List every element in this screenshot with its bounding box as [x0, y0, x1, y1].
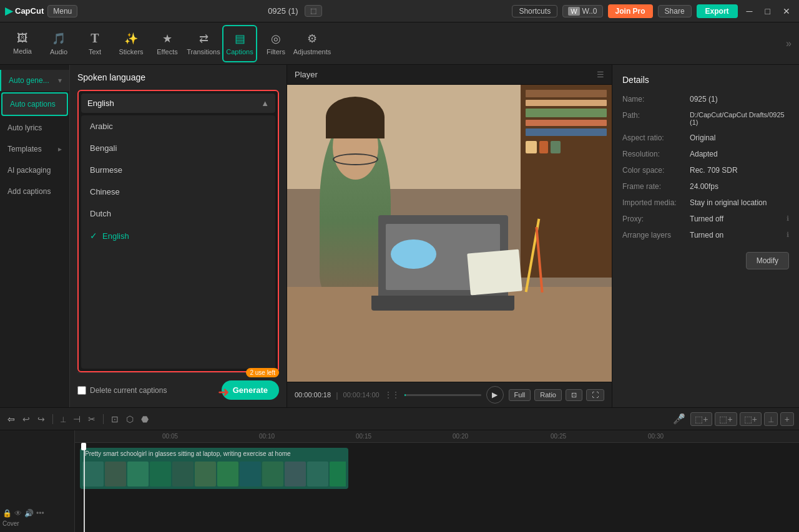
timeline-toolbar: ⇦ ↩ ↪ ⟂ ⊣ ✂ ⊡ ⬡ ⬣ 🎤 ⬚+ ⬚+ ⬚+ ⟂ +	[0, 408, 799, 430]
chevron-up-icon: ▲	[261, 99, 269, 108]
monitor-button[interactable]: ⬚	[305, 5, 322, 17]
details-title: Details	[622, 75, 789, 85]
track-more-icon[interactable]: •••	[36, 509, 44, 518]
full-button[interactable]: Full	[509, 389, 531, 401]
language-dropdown-header[interactable]: English ▲	[81, 94, 275, 113]
language-option-chinese[interactable]: Chinese	[81, 181, 275, 203]
fullscreen-button[interactable]: ⛶	[586, 389, 604, 401]
thumb-5	[172, 462, 194, 486]
toolbar-media[interactable]: 🖼 Media	[5, 25, 40, 62]
export-button[interactable]: Export	[697, 4, 738, 18]
trim-tool[interactable]: ⊣	[71, 413, 83, 425]
delete-captions-checkbox[interactable]	[77, 386, 86, 395]
mask-tool[interactable]: ⬡	[124, 413, 136, 425]
crop-tool[interactable]: ⊡	[109, 413, 121, 425]
add-video-btn[interactable]: ⬚+	[690, 412, 712, 426]
toolbar-expand[interactable]: »	[783, 36, 794, 52]
toolbar-effects[interactable]: ★ Effects	[150, 25, 185, 62]
toolbar-transitions[interactable]: ⇄ Transitions	[186, 25, 221, 62]
record-button[interactable]: 🎤	[670, 412, 688, 426]
play-button[interactable]: ▶	[486, 386, 504, 404]
toolbar-text[interactable]: T Text	[77, 25, 112, 62]
player-header: Player ☰	[287, 65, 612, 85]
thumb-12	[330, 462, 346, 486]
close-button[interactable]: ✕	[779, 5, 794, 17]
nav-ai-packaging[interactable]: AI packaging	[0, 160, 69, 181]
split-tool[interactable]: ⟂	[58, 413, 68, 425]
playhead-head	[81, 443, 86, 450]
redo-button[interactable]: ↪	[35, 413, 47, 425]
add-track-btn[interactable]: +	[780, 412, 794, 426]
track-lock-icon[interactable]: 🔒	[2, 509, 12, 518]
track-icons-row: 🔒 👁 🔊 •••	[2, 509, 44, 518]
track-eye-icon[interactable]: 👁	[14, 509, 22, 518]
language-option-bengali[interactable]: Bengali	[81, 137, 275, 159]
timeline-scrubber[interactable]	[404, 394, 481, 396]
time-separator: |	[336, 390, 338, 400]
nav-auto-lyrics[interactable]: Auto lyrics	[0, 117, 69, 138]
audio-icon: 🎵	[52, 32, 66, 46]
toolbar-captions[interactable]: ▤ Captions	[222, 25, 257, 62]
fit-button[interactable]: ⊡	[566, 389, 582, 401]
menu-button[interactable]: Menu	[47, 5, 77, 17]
cut-tool[interactable]: ✂	[86, 413, 98, 425]
tl-separator-1	[52, 414, 53, 424]
language-option-burmese[interactable]: Burmese	[81, 159, 275, 181]
detail-framerate-row: Frame rate: 24.00fps	[622, 182, 789, 191]
generate-button[interactable]: Generate	[222, 380, 279, 400]
ruler-mark-30: 00:30	[648, 433, 664, 440]
nav-templates[interactable]: Templates ▸	[0, 138, 69, 160]
nav-add-captions[interactable]: Add captions	[0, 181, 69, 202]
ruler-mark-5: 00:05	[162, 433, 178, 440]
track-audio-icon[interactable]: 🔊	[24, 509, 34, 518]
language-option-dutch[interactable]: Dutch	[81, 203, 275, 225]
tl-tracks: Pretty smart schoolgirl in glasses sitti…	[75, 443, 799, 532]
language-option-arabic[interactable]: Arabic	[81, 115, 275, 137]
cursor-tool[interactable]: ⇦	[5, 413, 17, 425]
player-area: Player ☰	[287, 65, 612, 407]
video-track[interactable]: Pretty smart schoolgirl in glasses sitti…	[80, 448, 348, 489]
timeline-tracks-area: 00:05 00:10 00:15 00:20 00:25 00:30 Pret…	[75, 430, 799, 532]
timeline-body: 🔒 👁 🔊 ••• Cover 00:05 00:10 00:15 00:20 …	[0, 430, 799, 532]
toolbar-stickers[interactable]: ✨ Stickers	[114, 25, 149, 62]
ratio-button[interactable]: Ratio	[534, 389, 562, 401]
add-video-btn3[interactable]: ⬚+	[740, 412, 762, 426]
joinpro-button[interactable]: Join Pro	[608, 4, 653, 18]
player-controls: 00:00:00:18 | 00:00:14:00 ⋮⋮ ▶ Full Rati…	[287, 382, 612, 407]
minimize-button[interactable]: ─	[743, 5, 757, 17]
details-panel: Details Name: 0925 (1) Path: D:/CapCut/C…	[612, 65, 799, 407]
shortcuts-button[interactable]: Shortcuts	[512, 5, 557, 17]
caption-tool[interactable]: ⬣	[139, 413, 151, 425]
toolbar-filters[interactable]: ◎ Filters	[258, 25, 293, 62]
spoken-language-panel: Spoken language English ▲ Arabic	[70, 65, 287, 407]
detail-name-row: Name: 0925 (1)	[622, 95, 789, 104]
share-button[interactable]: Share	[658, 5, 692, 17]
timeline-progress	[404, 394, 406, 396]
add-video-btn2[interactable]: ⬚+	[715, 412, 737, 426]
arrange-info-icon[interactable]: ℹ	[787, 231, 789, 239]
player-title: Player	[295, 70, 318, 79]
ruler-mark-25: 00:25	[551, 433, 566, 440]
playhead	[84, 443, 85, 532]
player-video	[287, 85, 612, 382]
toolbar-adjustments[interactable]: ⚙ Adjustments	[295, 25, 330, 62]
thumb-4	[150, 462, 171, 486]
filters-icon: ◎	[271, 32, 281, 46]
proxy-info-icon[interactable]: ℹ	[787, 215, 789, 223]
captions-icon: ▤	[235, 32, 245, 46]
nav-auto-gen[interactable]: Auto gene... ▾	[0, 70, 69, 91]
text-icon: T	[91, 31, 99, 46]
toolbar-audio[interactable]: 🎵 Audio	[41, 25, 76, 62]
w-button[interactable]: WW..0	[562, 5, 602, 17]
detail-imported-row: Imported media: Stay in original locatio…	[622, 198, 789, 207]
timeline-track-controls: 🔒 👁 🔊 ••• Cover	[0, 430, 75, 532]
modify-button[interactable]: Modify	[746, 252, 789, 269]
stickers-icon: ✨	[124, 32, 138, 46]
player-menu-icon[interactable]: ☰	[597, 70, 604, 79]
language-option-english[interactable]: ✓ English	[81, 225, 275, 247]
undo-button[interactable]: ↩	[20, 413, 32, 425]
restore-button[interactable]: □	[762, 5, 774, 17]
detail-colorspace-row: Color space: Rec. 709 SDR	[622, 166, 789, 175]
nav-auto-captions[interactable]: Auto captions	[1, 92, 68, 116]
split-btn2[interactable]: ⟂	[764, 412, 778, 426]
